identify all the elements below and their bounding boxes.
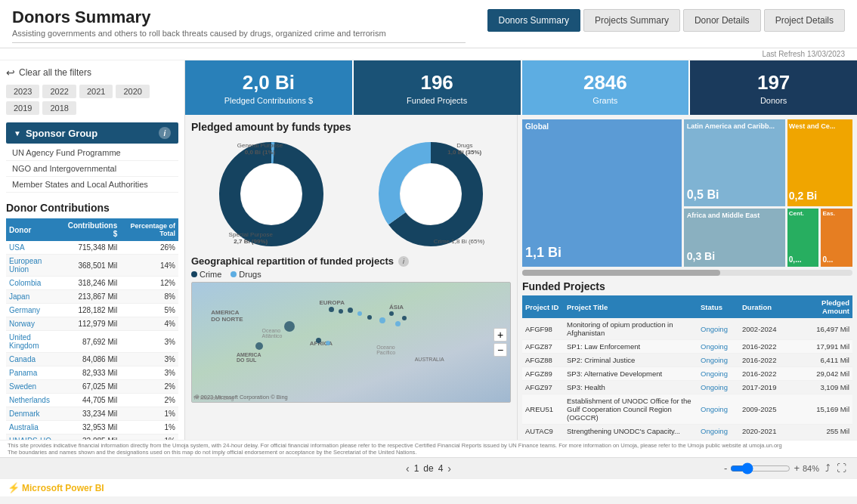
fp-cell-title: SP3: Alternative Development [564,367,698,381]
fp-col-status: Status [698,295,739,318]
year-btn-2019[interactable]: 2019 [6,101,39,115]
dc-table-row: Japan 213,867 Mil 8% [6,290,178,304]
page-prev[interactable]: ‹ [406,462,410,475]
dc-cell-contributions: 318,246 Mil [61,277,120,290]
region-cent-value: 0,... [789,255,802,264]
dc-table-row: Australia 32,953 Mil 1% [6,421,178,434]
geo-info-icon[interactable]: i [398,256,409,267]
year-btn-2018[interactable]: 2018 [42,101,76,115]
fullscreen-icon[interactable]: ⛶ [837,462,846,474]
dc-cell-donor: Japan [6,290,61,304]
tab-projects-summary[interactable]: Projects Summary [583,9,680,32]
page-current: 1 [414,463,419,474]
share-icon[interactable]: ⤴ [825,462,831,474]
fp-col-title: Project Title [564,295,698,318]
region-latin-top: Latin America and Caribb... 0,5 Bi [684,119,785,206]
clear-filters-btn[interactable]: ↩ Clear all the filters [6,66,178,79]
legend-drugs: Drugs [230,270,261,279]
dc-cell-contributions: 213,867 Mil [61,290,120,304]
clear-filters-icon: ↩ [6,66,15,79]
zoom-minus[interactable]: - [724,462,727,474]
map-dot [402,316,407,320]
fp-cell-status: Ongoing [698,318,739,340]
sponsor-item-3[interactable]: Member States and Local Authorities [6,177,178,193]
tab-donors-summary[interactable]: Donors Summary [487,9,580,32]
map-zoom-controls: + − [493,328,507,357]
map-dot [316,338,321,343]
page-separator: de [423,463,433,474]
donut-left: General Purpose0,0 Bi (1%) Special Purpo… [215,138,328,251]
main-area: ↩ Clear all the filters 2023 2022 2021 2… [0,60,857,440]
dc-cell-donor: Denmark [6,407,61,421]
map-dot [367,315,372,320]
zoom-plus[interactable]: + [794,462,800,474]
map-legend: Crime Drugs [191,270,511,279]
sponsor-group-info-icon[interactable]: i [159,127,171,139]
dc-cell-donor: Germany [6,304,61,317]
fp-table-row: AFGZ88 SP2: Criminal Justice Ongoing 201… [522,354,852,367]
dc-cell-contributions: 112,979 Mil [61,317,120,331]
region-viz: Global 1,1 Bi Latin America and Caribb..… [522,119,852,267]
sponsor-item-2[interactable]: NGO and Intergovernmental [6,161,178,177]
page-next[interactable]: › [447,462,451,475]
tab-donor-details[interactable]: Donor Details [683,9,761,32]
fp-cell-status: Ongoing [698,381,739,394]
stat-pledged-value: 2,0 Bi [243,71,295,94]
dc-cell-donor: Colombia [6,277,61,290]
dc-table-row: United Kingdom 87,692 Mil 3% [6,331,178,353]
sponsor-item-1[interactable]: UN Agency Fund Programme [6,145,178,161]
map-dot-large [284,321,295,332]
donut-right-label-bottom: Crime 1,8 Bi (65%) [434,238,485,245]
bottom-bar: - + 84% ‹ 1 de 4 › ⤴ ⛶ [0,457,857,478]
fp-table-row: AUTAC9 Strengthening UNODC's Capacity...… [522,425,852,436]
tab-project-details[interactable]: Project Details [764,9,845,32]
dc-cell-percentage: 26% [120,241,178,255]
fp-cell-amount: 29,042 Mil [792,367,852,381]
zoom-slider[interactable] [730,462,790,475]
donor-contributions-table: Donor Contributions $ Percentage of Tota… [6,218,178,440]
dc-cell-percentage: 2% [120,380,178,394]
donor-contributions-section: Donor Contributions Donor Contributions … [6,202,178,440]
fp-table-row: AFGZ97 SP3: Health Ongoing 2017-2019 3,1… [522,381,852,394]
dc-cell-donor: Netherlands [6,394,61,407]
year-btn-2021[interactable]: 2021 [79,85,113,98]
region-eas-label: Eas. [822,210,834,217]
region-latin-label: Latin America and Caribb... [687,122,775,130]
dc-cell-contributions: 84,086 Mil [61,353,120,366]
year-btn-2023[interactable]: 2023 [6,85,39,98]
dc-cell-donor: UNAIDS-HO [6,434,61,441]
dc-col-percentage: Percentage of Total [120,218,178,241]
map-dot [357,311,362,316]
year-btn-2020[interactable]: 2020 [116,85,149,98]
fp-cell-id: AUTAC9 [522,425,564,436]
region-africa-mid: Africa and Middle East 0,3 Bi [684,209,785,267]
dc-table-row: European Union 368,501 Mil 14% [6,255,178,277]
dc-cell-donor: European Union [6,255,61,277]
last-refresh: Last Refresh 13/03/2023 [762,50,845,58]
year-btn-2022[interactable]: 2022 [42,85,76,98]
region-scrollbar[interactable] [522,270,852,276]
fp-cell-status: Ongoing [698,394,739,425]
map-zoom-in[interactable]: + [493,328,507,342]
nav-tabs: Donors Summary Projects Summary Donor De… [487,9,845,32]
map-zoom-out[interactable]: − [493,343,507,357]
map-label-europa: EUROPA [319,299,345,306]
app-title-section: Donors Summary Assisting governments and… [12,8,487,43]
fp-cell-id: AFGF98 [522,318,564,340]
map-label-asia: ÁSIA [389,304,404,311]
map-label-pacifico: OceanoPacífico [376,345,395,355]
dc-cell-percentage: 1% [120,434,178,441]
fp-col-duration: Duration [739,295,792,318]
dc-cell-percentage: 12% [120,277,178,290]
stat-funded-value: 196 [420,71,453,94]
powerbi-link[interactable]: Microsoft Power BI [22,483,104,493]
panels: Pledged amount by funds types Gene [185,115,857,440]
dc-cell-contributions: 715,348 Mil [61,241,120,255]
region-sub-row: Cent. 0,... Eas. 0... [787,209,852,267]
fp-table-wrapper[interactable]: Project ID Project Title Status Duration… [522,295,852,435]
dc-table-row: UNAIDS-HO 32,085 Mil 1% [6,434,178,441]
dc-cell-percentage: 3% [120,353,178,366]
sponsor-group-header[interactable]: ▼ Sponsor Group i [6,122,178,144]
region-global-label: Global [525,122,549,131]
region-west-value: 0,2 Bi [789,190,817,202]
